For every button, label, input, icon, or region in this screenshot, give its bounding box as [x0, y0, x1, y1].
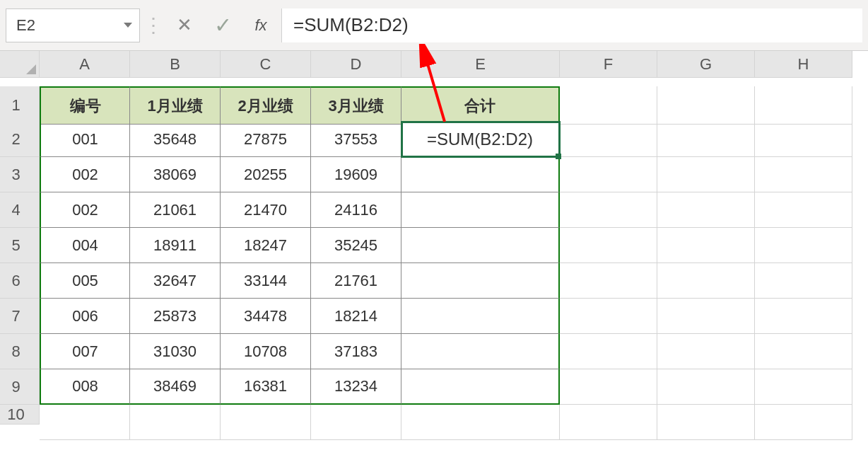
row-header-3[interactable]: 3	[0, 157, 40, 192]
cell[interactable]	[221, 405, 311, 440]
row-header-7[interactable]: 7	[0, 299, 40, 334]
cell[interactable]	[560, 369, 657, 405]
cell-m3[interactable]: 37553	[311, 122, 401, 157]
cell-m2[interactable]: 20255	[221, 157, 311, 192]
cell-m2[interactable]: 18247	[221, 228, 311, 263]
cell-id[interactable]: 004	[40, 228, 130, 263]
cell[interactable]	[755, 157, 852, 192]
cell-m1[interactable]: 18911	[130, 228, 221, 263]
cell-m2[interactable]: 33144	[221, 263, 311, 299]
col-header-G[interactable]: G	[657, 51, 755, 78]
cell-m2[interactable]: 27875	[221, 122, 311, 157]
cell[interactable]	[657, 228, 755, 263]
cell-total[interactable]	[401, 263, 560, 299]
header-month3[interactable]: 3月业绩	[311, 86, 401, 125]
cell-m3[interactable]: 18214	[311, 299, 401, 334]
cell-total[interactable]	[401, 299, 560, 334]
insert-function-button[interactable]: fx	[243, 8, 278, 42]
cell[interactable]	[657, 369, 755, 405]
cell[interactable]	[657, 405, 755, 440]
header-total[interactable]: 合计	[401, 86, 560, 125]
cell[interactable]	[657, 122, 755, 157]
cell-id[interactable]: 007	[40, 334, 130, 369]
cell-m3[interactable]: 35245	[311, 228, 401, 263]
col-header-H[interactable]: H	[755, 51, 852, 78]
name-box[interactable]: E2	[6, 8, 140, 42]
spreadsheet-grid[interactable]: A B C D E F G H 1 编号 1月业绩 2月业绩 3月业绩 合计 2…	[0, 51, 868, 440]
cell[interactable]	[657, 86, 755, 125]
cell-m2[interactable]: 21470	[221, 192, 311, 228]
cell-total[interactable]	[401, 157, 560, 192]
row-header-8[interactable]: 8	[0, 334, 40, 369]
cell-total[interactable]	[401, 369, 560, 405]
col-header-B[interactable]: B	[130, 51, 221, 78]
col-header-E[interactable]: E	[401, 51, 560, 78]
cell[interactable]	[755, 334, 852, 369]
row-header-1[interactable]: 1	[0, 86, 40, 125]
cell[interactable]	[311, 405, 401, 440]
cell[interactable]	[755, 263, 852, 299]
cell[interactable]	[401, 405, 560, 440]
cell-total[interactable]	[401, 192, 560, 228]
cell-m3[interactable]: 19609	[311, 157, 401, 192]
cell[interactable]	[657, 263, 755, 299]
cell[interactable]	[560, 263, 657, 299]
cell[interactable]	[755, 405, 852, 440]
cell-m3[interactable]: 24116	[311, 192, 401, 228]
cell-m3[interactable]: 13234	[311, 369, 401, 405]
cell-m1[interactable]: 21061	[130, 192, 221, 228]
cell-m1[interactable]: 31030	[130, 334, 221, 369]
cell-m3[interactable]: 37183	[311, 334, 401, 369]
cell[interactable]	[560, 157, 657, 192]
cell[interactable]	[657, 192, 755, 228]
cell[interactable]	[755, 228, 852, 263]
name-box-dropdown-icon[interactable]	[124, 23, 132, 28]
header-id[interactable]: 编号	[40, 86, 130, 125]
cell[interactable]	[40, 405, 130, 440]
cell-total[interactable]	[401, 334, 560, 369]
cell-m1[interactable]: 38469	[130, 369, 221, 405]
cell-id[interactable]: 001	[40, 122, 130, 157]
formula-enter-button[interactable]: ✓	[205, 8, 240, 42]
cell-id[interactable]: 006	[40, 299, 130, 334]
header-month1[interactable]: 1月业绩	[130, 86, 221, 125]
cell-m2[interactable]: 10708	[221, 334, 311, 369]
cell[interactable]	[560, 122, 657, 157]
cell-m2[interactable]: 34478	[221, 299, 311, 334]
cell[interactable]	[560, 192, 657, 228]
cell[interactable]	[657, 334, 755, 369]
cell-m3[interactable]: 21761	[311, 263, 401, 299]
cell[interactable]	[560, 86, 657, 125]
cell-id[interactable]: 008	[40, 369, 130, 405]
row-header-6[interactable]: 6	[0, 263, 40, 299]
cell[interactable]	[755, 192, 852, 228]
cell-id[interactable]: 005	[40, 263, 130, 299]
active-cell-E2[interactable]: =SUM(B2:D2)	[401, 122, 560, 157]
formula-cancel-button[interactable]: ✕	[167, 8, 202, 42]
cell[interactable]	[755, 369, 852, 405]
row-header-5[interactable]: 5	[0, 228, 40, 263]
cell[interactable]	[560, 299, 657, 334]
row-header-10[interactable]: 10	[0, 405, 40, 425]
col-header-F[interactable]: F	[560, 51, 657, 78]
cell-m2[interactable]: 16381	[221, 369, 311, 405]
cell-m1[interactable]: 25873	[130, 299, 221, 334]
cell[interactable]	[657, 299, 755, 334]
header-month2[interactable]: 2月业绩	[221, 86, 311, 125]
cell-id[interactable]: 002	[40, 157, 130, 192]
cell[interactable]	[560, 405, 657, 440]
cell-m1[interactable]: 32647	[130, 263, 221, 299]
col-header-D[interactable]: D	[311, 51, 401, 78]
row-header-2[interactable]: 2	[0, 122, 40, 157]
cell-m1[interactable]: 35648	[130, 122, 221, 157]
formula-input[interactable]: =SUM(B2:D2)	[281, 8, 862, 42]
col-header-A[interactable]: A	[40, 51, 130, 78]
cell[interactable]	[755, 122, 852, 157]
cell[interactable]	[560, 228, 657, 263]
select-all-corner[interactable]	[0, 51, 40, 78]
cell[interactable]	[560, 334, 657, 369]
col-header-C[interactable]: C	[221, 51, 311, 78]
row-header-4[interactable]: 4	[0, 192, 40, 228]
cell[interactable]	[755, 299, 852, 334]
row-header-9[interactable]: 9	[0, 369, 40, 405]
